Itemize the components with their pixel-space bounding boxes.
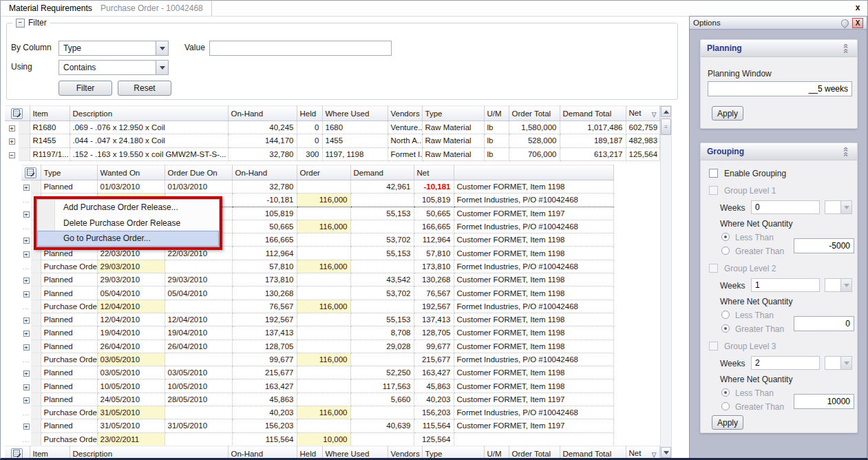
chevron-up-icon[interactable]: «« (840, 43, 851, 53)
group-level-2-value-input[interactable] (794, 316, 854, 331)
group-level-2-less-than-radio[interactable] (721, 311, 730, 319)
grid-cell[interactable]: 163,427 (414, 366, 454, 379)
tab-purchase-order[interactable]: Purchase Order - 10042468 (92, 1, 212, 16)
chevron-down-icon[interactable] (156, 41, 168, 55)
planned-row[interactable]: +Planned19/04/201019/04/2010137,4138,708… (21, 326, 613, 339)
grid-cell[interactable] (297, 366, 350, 379)
column-header-vendors[interactable]: Vendors (388, 106, 422, 121)
collapse-filter-icon[interactable]: − (16, 19, 25, 28)
grid-cell[interactable]: 19/04/2010 (97, 326, 165, 339)
scroll-down-icon[interactable] (661, 447, 671, 458)
close-icon[interactable]: X (852, 18, 863, 28)
column-header-on-hand[interactable]: On-Hand (228, 446, 297, 460)
grid-cell[interactable]: 117,563 (350, 379, 414, 393)
group-level-1-checkbox[interactable] (709, 186, 718, 195)
grid-cell[interactable]: 12/04/2010 (97, 313, 165, 326)
grid-cell[interactable]: 10/05/2010 (97, 379, 165, 393)
expand-icon[interactable]: + (23, 251, 30, 258)
grid-cell[interactable]: 31/05/2010 (97, 406, 165, 419)
grid-cell[interactable]: 192,567 (414, 300, 454, 313)
menu-item-add-purchase-order-release[interactable]: Add Purchase Order Release... (37, 200, 219, 216)
item-row-R1680[interactable]: +R1680.069 - .076 x 12.950 x Coil40,2450… (5, 121, 659, 134)
grid-cell[interactable]: Purchase Order (41, 432, 97, 446)
grid-cell[interactable]: Planned (41, 366, 97, 379)
grid-cell[interactable]: Customer FORMET, Item 1198 (454, 233, 613, 247)
planned-row[interactable]: +Planned24/05/201028/05/201045,8635,6604… (21, 393, 613, 406)
grid-cell[interactable]: Customer FORMET, Item 1198 (454, 313, 613, 326)
expand-icon[interactable]: + (23, 344, 30, 351)
group-level-3-value-input[interactable] (794, 394, 854, 409)
grid-cell[interactable]: 0 (297, 121, 322, 134)
group-level-2-checkbox[interactable] (709, 264, 718, 273)
grid-properties-icon[interactable] (11, 108, 23, 119)
expand-icon[interactable]: + (23, 317, 30, 324)
weeks-unit-select[interactable] (825, 356, 852, 370)
expand-icon[interactable]: + (23, 331, 30, 337)
grid-cell[interactable]: Planned (41, 286, 97, 300)
collapse-icon[interactable]: − (9, 152, 15, 158)
grid-cell[interactable]: 57,810 (414, 247, 454, 260)
grid-cell[interactable] (165, 300, 232, 313)
grid-cell[interactable] (297, 419, 350, 432)
grid-cell[interactable]: Purchase Order (41, 353, 97, 366)
group-level-3-less-than-radio[interactable] (721, 388, 730, 397)
grid-cell[interactable]: 55,153 (350, 207, 414, 220)
grid-cell[interactable]: 0 (297, 134, 322, 147)
filter-sort-icon[interactable]: ∇ (652, 111, 657, 118)
grid-cell[interactable]: Customer FORMET, Item 1198 (454, 180, 613, 194)
grid-cell[interactable]: 163,427 (232, 379, 297, 393)
grid-cell[interactable]: 482,983 (626, 134, 659, 147)
grid-cell[interactable]: Formet Industries, P/O #10042468 (454, 220, 613, 233)
grid-cell[interactable] (297, 339, 350, 353)
grid-cell[interactable]: Formet I... (388, 147, 422, 160)
grid-cell[interactable]: 112,964 (414, 233, 454, 247)
column-header-u-m[interactable]: U/M (484, 446, 509, 460)
grid-cell[interactable]: 32,780 (228, 147, 297, 160)
grid-cell[interactable]: 116,000 (297, 353, 350, 366)
reset-button[interactable]: Reset (118, 81, 171, 96)
grid-cell[interactable]: Planned (41, 313, 97, 326)
group-level-3-checkbox[interactable] (709, 342, 718, 351)
grid-cell[interactable] (350, 194, 414, 207)
grid-cell[interactable] (297, 233, 350, 247)
grid-cell[interactable] (297, 180, 350, 194)
menu-item-go-to-purchase-order[interactable]: Go to Purchase Order... (37, 231, 219, 247)
grid-cell[interactable]: 137,413 (414, 313, 454, 326)
grid-cell[interactable]: -10,181 (414, 180, 454, 194)
grid-cell[interactable]: 166,665 (414, 220, 454, 233)
grid-cell[interactable]: 42,961 (350, 180, 414, 194)
grid-cell[interactable]: 1,017,486 (560, 121, 626, 134)
grid-cell[interactable]: 05/04/2010 (165, 286, 232, 300)
grid-cell[interactable]: Raw Material (422, 121, 484, 134)
grid-cell[interactable]: 99,677 (414, 339, 454, 353)
grid-cell[interactable]: 43,542 (350, 273, 414, 286)
grid-cell[interactable] (350, 300, 414, 313)
column-header-type[interactable]: Type (422, 446, 484, 460)
column-header-wanted-on[interactable]: Wanted On (97, 165, 165, 180)
grid-cell[interactable]: 215,677 (232, 366, 297, 379)
grid-cell[interactable]: North A.. (388, 134, 422, 147)
grid-cell[interactable]: 10/05/2010 (165, 379, 232, 393)
grid-cell[interactable]: Planned (41, 379, 97, 393)
grid-cell[interactable]: 40,245 (228, 121, 297, 134)
grid-properties-icon[interactable] (25, 167, 36, 178)
expand-icon[interactable]: + (23, 185, 30, 191)
grid-cell[interactable] (297, 247, 350, 260)
chevron-down-icon[interactable] (840, 279, 851, 291)
grid-cell[interactable] (350, 353, 414, 366)
grid-cell[interactable] (297, 393, 350, 406)
weeks-unit-select[interactable] (825, 278, 852, 292)
scrollbar-thumb[interactable]: ≡ (661, 118, 671, 135)
column-header-description[interactable]: Description (70, 106, 228, 121)
grid-cell[interactable]: 1680 (322, 121, 388, 134)
grid-cell[interactable]: Formet Industries, P/O #10042468 (454, 353, 613, 366)
planned-row[interactable]: +Planned12/04/201012/04/2010192,56755,15… (21, 313, 613, 326)
grid-cell[interactable]: 26/04/2010 (97, 339, 165, 353)
grid-cell[interactable]: 1197, 1198 (322, 147, 388, 160)
grid-cell[interactable]: 156,203 (414, 406, 454, 419)
grid-cell[interactable]: 01/03/2010 (97, 180, 165, 194)
grid-cell[interactable]: 130,268 (414, 273, 454, 286)
expand-icon[interactable]: + (23, 278, 30, 284)
grouping-apply-button[interactable]: Apply (712, 415, 743, 430)
grid-cell[interactable]: 173,810 (232, 273, 297, 286)
